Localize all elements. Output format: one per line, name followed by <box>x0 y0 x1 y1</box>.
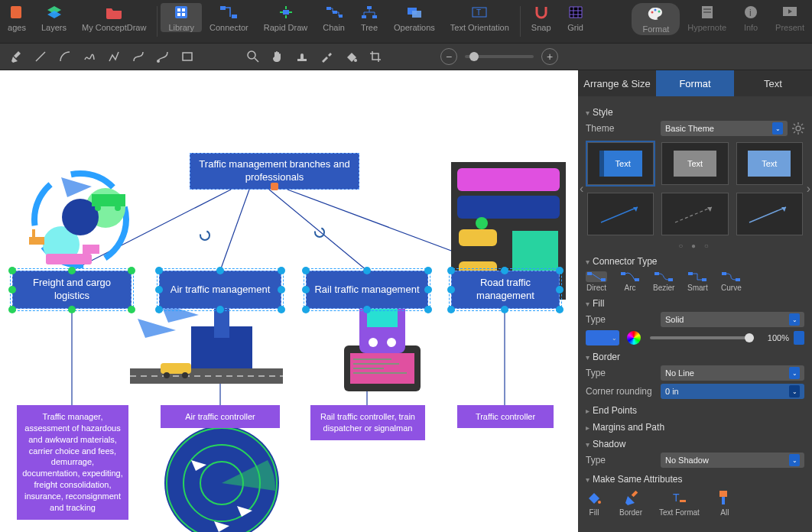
style-prev-button[interactable]: ‹ <box>580 182 583 196</box>
fill-type-select[interactable]: Solid⌄ <box>661 312 804 327</box>
section-endpoints[interactable]: ▸End Points <box>586 405 804 416</box>
node-road-detail[interactable]: Traffic controller <box>457 405 554 428</box>
selection-handle[interactable] <box>155 306 163 313</box>
node-freight[interactable]: Freight and cargo logistics <box>12 271 132 309</box>
selection-handle[interactable] <box>363 306 371 313</box>
node-freight-detail[interactable]: Traffic manager, assessment of hazardous… <box>17 405 128 520</box>
tb-myconceptdraw[interactable]: My ConceptDraw <box>74 3 154 32</box>
section-border[interactable]: ▾Border <box>586 352 804 362</box>
connector-smart[interactable]: Smart <box>687 271 708 292</box>
tb-pages[interactable]: ages <box>0 3 34 32</box>
node-root[interactable]: Traffic management branches and professi… <box>190 153 359 190</box>
node-rail[interactable]: Rail traffic management <box>306 271 428 309</box>
colorwheel-icon[interactable] <box>627 331 641 345</box>
selection-handle[interactable] <box>501 267 508 274</box>
connector-arc[interactable]: Arc <box>619 271 641 292</box>
shadow-type-select[interactable]: No Shadow⌄ <box>661 453 804 468</box>
zoom-in-button[interactable]: + <box>541 48 558 65</box>
selection-handle[interactable] <box>302 286 310 294</box>
selection-handle[interactable] <box>155 286 163 294</box>
stamp-icon[interactable] <box>295 50 309 63</box>
node-air[interactable]: Air traffic management <box>159 271 281 309</box>
selection-handle[interactable] <box>447 286 455 294</box>
selection-handle[interactable] <box>8 286 16 294</box>
tb-present[interactable]: Present <box>768 3 812 32</box>
selection-handle[interactable] <box>363 267 371 274</box>
tb-connector[interactable]: Connector <box>202 3 256 32</box>
connector-curve[interactable]: Curve <box>720 271 742 292</box>
node-air-detail[interactable]: Air traffic controller <box>161 405 280 428</box>
tb-tree[interactable]: Tree <box>352 3 386 32</box>
hand-icon[interactable] <box>271 50 284 63</box>
msa-text[interactable]: TText Format <box>659 489 700 517</box>
section-shadow[interactable]: ▾Shadow <box>586 439 804 449</box>
tb-rapiddraw[interactable]: Rapid Draw <box>256 3 315 32</box>
section-msa[interactable]: ▾Make Same Attributes <box>586 474 804 485</box>
selection-handle[interactable] <box>278 267 285 274</box>
crop-icon[interactable] <box>369 50 382 63</box>
tb-snap[interactable]: Snap <box>524 3 559 32</box>
theme-select[interactable]: Basic Theme⌄ <box>661 121 788 136</box>
line-icon[interactable] <box>34 50 47 63</box>
magnifier-icon[interactable] <box>246 50 260 63</box>
selection-handle[interactable] <box>424 267 432 274</box>
tab-format[interactable]: Format <box>656 70 734 96</box>
canvas[interactable]: Traffic management branches and professi… <box>0 70 578 532</box>
gear-icon[interactable] <box>792 122 804 135</box>
selection-handle[interactable] <box>278 286 285 294</box>
style-preset-4[interactable] <box>587 193 654 235</box>
tb-layers[interactable]: Layers <box>34 3 74 32</box>
msa-fill[interactable]: Fill <box>586 489 603 517</box>
selection-handle[interactable] <box>424 306 432 313</box>
tb-format[interactable]: Format <box>632 3 680 35</box>
connector-direct[interactable]: Direct <box>586 271 607 292</box>
selection-handle[interactable] <box>278 306 285 313</box>
selection-handle[interactable] <box>556 286 564 294</box>
tb-textorient[interactable]: T Text Orientation <box>443 3 517 32</box>
selection-handle[interactable] <box>128 306 135 313</box>
style-preset-6[interactable] <box>736 193 803 235</box>
tb-hypernote[interactable]: Hypernote <box>680 3 734 32</box>
border-type-select[interactable]: No Line⌄ <box>661 365 804 381</box>
bezier-icon[interactable] <box>132 50 145 63</box>
selection-handle[interactable] <box>302 267 310 274</box>
section-connector[interactable]: ▾Connector Type <box>586 256 804 267</box>
section-fill[interactable]: ▾Fill <box>586 298 804 309</box>
selection-handle[interactable] <box>68 306 76 313</box>
msa-border[interactable]: Border <box>619 489 642 517</box>
style-preset-2[interactable]: Text <box>661 142 728 185</box>
connector-bezier[interactable]: Bezier <box>653 271 674 292</box>
slider-thumb[interactable] <box>745 333 754 342</box>
pencil-icon[interactable] <box>9 50 23 63</box>
selection-handle[interactable] <box>424 286 432 294</box>
selection-handle[interactable] <box>501 306 508 313</box>
section-margins[interactable]: ▸Margins and Path <box>586 422 804 433</box>
eyedropper-icon[interactable] <box>320 50 333 63</box>
section-style[interactable]: ▾Style <box>586 107 804 118</box>
style-preset-1[interactable]: Text <box>587 142 654 185</box>
zoom-out-button[interactable]: − <box>440 48 457 65</box>
selection-handle[interactable] <box>302 306 310 313</box>
zoom-thumb[interactable] <box>469 52 479 61</box>
polyline-icon[interactable] <box>107 50 121 63</box>
paintbucket-icon[interactable] <box>344 50 358 63</box>
selection-handle[interactable] <box>216 306 224 313</box>
fill-color-swatch[interactable]: ⌄ <box>586 330 619 345</box>
style-preset-3[interactable]: Text <box>736 142 803 185</box>
selection-handle[interactable] <box>128 267 135 274</box>
zoom-slider[interactable] <box>465 55 534 58</box>
rect-icon[interactable] <box>180 50 194 63</box>
style-next-button[interactable]: › <box>807 182 810 196</box>
tb-grid[interactable]: Grid <box>559 3 593 32</box>
tb-info[interactable]: i Info <box>734 3 768 32</box>
style-preset-5[interactable] <box>661 193 728 235</box>
selection-handle[interactable] <box>556 306 564 313</box>
tab-text[interactable]: Text <box>734 70 812 96</box>
selection-handle[interactable] <box>68 267 76 274</box>
connector-tool-icon[interactable] <box>156 50 170 63</box>
selection-handle[interactable] <box>8 267 16 274</box>
selection-handle[interactable] <box>556 267 564 274</box>
opacity-stepper[interactable] <box>794 331 804 345</box>
tb-library[interactable]: Library <box>161 3 202 32</box>
selection-handle[interactable] <box>447 306 455 313</box>
